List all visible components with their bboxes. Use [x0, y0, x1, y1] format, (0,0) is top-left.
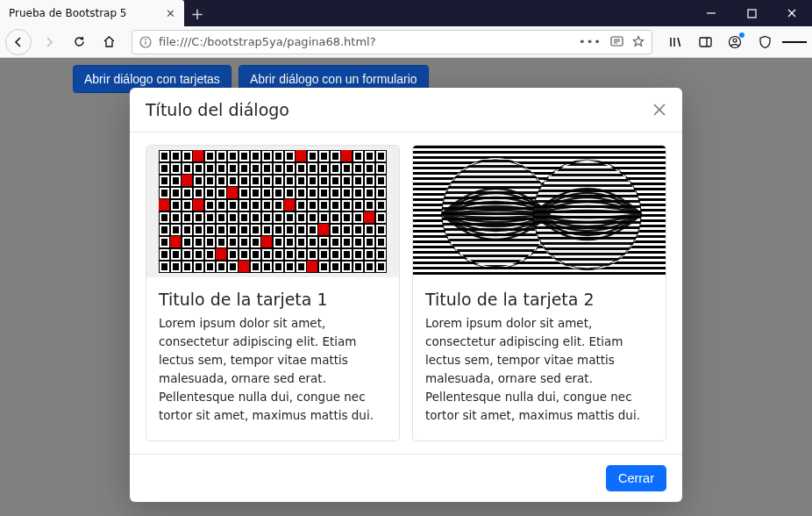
- close-icon[interactable]: [652, 103, 666, 117]
- svg-rect-27: [296, 150, 306, 161]
- url-bar[interactable]: file:///C:/bootstrap5ya/pagina68.html? •…: [132, 30, 652, 54]
- card-1: Titulo de la tarjeta 1 Lorem ipsum dolor…: [146, 145, 400, 441]
- card-2-text: Lorem ipsum dolor sit amet, consectetur …: [425, 314, 653, 425]
- card-2-title: Titulo de la tarjeta 2: [425, 290, 653, 309]
- reload-button[interactable]: [67, 30, 91, 54]
- modal-dialog: Título del diálogo: [130, 88, 682, 502]
- window-titlebar: Prueba de Bootstrap 5 ✕ +: [0, 0, 812, 26]
- svg-rect-31: [159, 199, 169, 211]
- library-icon[interactable]: [663, 30, 687, 54]
- browser-toolbar: file:///C:/bootstrap5ya/pagina68.html? •…: [0, 26, 812, 58]
- sidebar-icon[interactable]: [693, 30, 717, 54]
- urlbar-actions: •••: [579, 35, 645, 48]
- modal-body: Titulo de la tarjeta 1 Lorem ipsum dolor…: [130, 133, 682, 454]
- svg-rect-26: [193, 150, 203, 161]
- svg-point-17: [733, 39, 737, 42]
- svg-rect-32: [193, 199, 203, 211]
- modal-header: Título del diálogo: [130, 88, 682, 133]
- svg-rect-33: [284, 199, 295, 211]
- card-1-title: Titulo de la tarjeta 1: [159, 290, 387, 309]
- svg-rect-36: [261, 236, 272, 247]
- svg-rect-28: [341, 150, 352, 161]
- account-icon[interactable]: [723, 30, 747, 54]
- svg-rect-1: [748, 10, 756, 18]
- svg-rect-37: [216, 248, 226, 260]
- card-2-image: [413, 146, 666, 277]
- menu-icon[interactable]: [782, 30, 807, 54]
- svg-rect-40: [364, 211, 374, 223]
- tab-title: Prueba de Bootstrap 5: [9, 7, 126, 19]
- browser-tab[interactable]: Prueba de Bootstrap 5 ✕: [0, 0, 184, 26]
- page-viewport: Abrir diálogo con tarjetas Abrir diálogo…: [0, 58, 812, 516]
- maximize-icon[interactable]: [731, 0, 772, 26]
- reader-icon[interactable]: [610, 35, 623, 48]
- svg-rect-14: [700, 38, 711, 47]
- close-tab-icon[interactable]: ✕: [166, 7, 175, 20]
- card-1-text: Lorem ipsum dolor sit amet, consectetur …: [159, 314, 387, 425]
- close-button[interactable]: Cerrar: [606, 465, 666, 491]
- svg-rect-25: [159, 150, 387, 273]
- modal-title: Título del diálogo: [146, 100, 289, 119]
- back-button[interactable]: [5, 29, 32, 55]
- card-2-body: Titulo de la tarjeta 2 Lorem ipsum dolor…: [413, 277, 666, 441]
- new-tab-button[interactable]: +: [184, 0, 210, 26]
- card-1-image: [146, 146, 399, 277]
- svg-rect-35: [170, 236, 181, 247]
- more-icon[interactable]: •••: [579, 35, 602, 48]
- shield-icon[interactable]: [752, 30, 777, 54]
- card-2: Titulo de la tarjeta 2 Lorem ipsum dolor…: [412, 145, 666, 441]
- forward-button[interactable]: [37, 30, 61, 54]
- info-icon: [139, 36, 152, 48]
- card-1-body: Titulo de la tarjeta 1 Lorem ipsum dolor…: [146, 277, 399, 441]
- svg-rect-39: [307, 261, 317, 272]
- svg-rect-29: [182, 175, 192, 186]
- svg-rect-38: [239, 261, 249, 272]
- window-controls: [691, 0, 812, 26]
- bookmark-icon[interactable]: [632, 35, 645, 48]
- close-window-icon[interactable]: [772, 0, 812, 26]
- svg-line-13: [678, 38, 680, 47]
- minimize-icon[interactable]: [691, 0, 731, 26]
- home-button[interactable]: [96, 30, 121, 54]
- url-text: file:///C:/bootstrap5ya/pagina68.html?: [159, 35, 376, 48]
- modal-footer: Cerrar: [130, 454, 682, 502]
- svg-point-6: [145, 39, 146, 40]
- svg-rect-30: [227, 187, 238, 198]
- svg-rect-34: [318, 224, 329, 235]
